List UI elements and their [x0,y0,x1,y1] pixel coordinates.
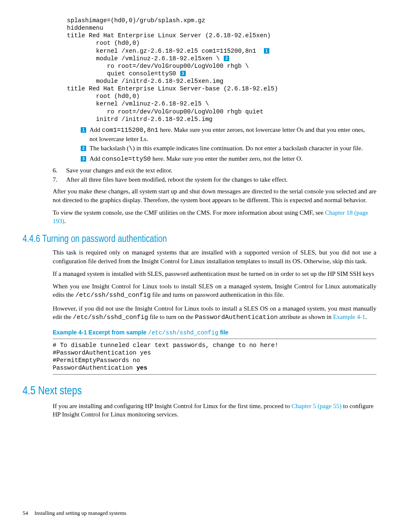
procedure-steps: 6.Save your changes and exit the text ed… [53,166,376,184]
callout-1-icon: 1 [264,48,269,54]
footer-chapter-title: Installing and setting up managed system… [34,510,126,516]
example-rule-top [53,339,376,339]
annotation-2: 2 The backslash (\) in this example indi… [80,144,376,153]
paragraph-cmf: To view the system console, use the CMF … [53,208,376,226]
example-rule-bottom [53,374,376,375]
grub-config-code: splashimage=(hd0,0)/grub/splash.xpm.gz h… [67,17,376,123]
annotation-1: 1 Add com1=115200,8n1 here. Make sure yo… [80,126,376,144]
paragraph-after-changes: After you make these changes, all system… [53,187,376,204]
sec45-para-1: If you are installing and configuring HP… [53,402,376,419]
callout-3-icon: 3 [180,71,186,76]
sec46-para-1: This task is required only on managed sy… [53,248,376,265]
sec46-para-2: If a managed system is installed with SL… [53,270,376,278]
page-number: 54 [23,510,33,516]
page-footer: 54 Installing and setting up managed sys… [23,509,126,517]
step-7: 7.After all three files have been modifi… [53,175,376,184]
callout-1-ref-icon: 1 [81,127,86,133]
step-6: 6.Save your changes and exit the text ed… [53,166,376,175]
sec46-para-4: However, if you did not use the Insight … [53,304,376,322]
sec46-para-3: When you use Insight Control for Linux t… [53,282,376,300]
heading-4-4-6: 4.4.6 Turning on password authentication [23,232,376,245]
example-4-1-title: Example 4-1 Excerpt from sample /etc/ssh… [53,329,376,337]
link-example-4-1[interactable]: Example 4-1 [333,314,365,320]
example-4-1-code: # To disable tunneled clear text passwor… [53,342,376,372]
callout-3-ref-icon: 3 [81,156,86,162]
heading-4-5: 4.5 Next steps [23,383,376,398]
callout-annotations: 1 Add com1=115200,8n1 here. Make sure yo… [80,126,376,164]
link-chapter-5[interactable]: Chapter 5 (page 55) [292,403,342,409]
callout-2-icon: 2 [224,56,229,61]
callout-2-ref-icon: 2 [81,146,86,151]
annotation-3: 3 Add console=ttyS0 here. Make sure you … [80,154,376,164]
